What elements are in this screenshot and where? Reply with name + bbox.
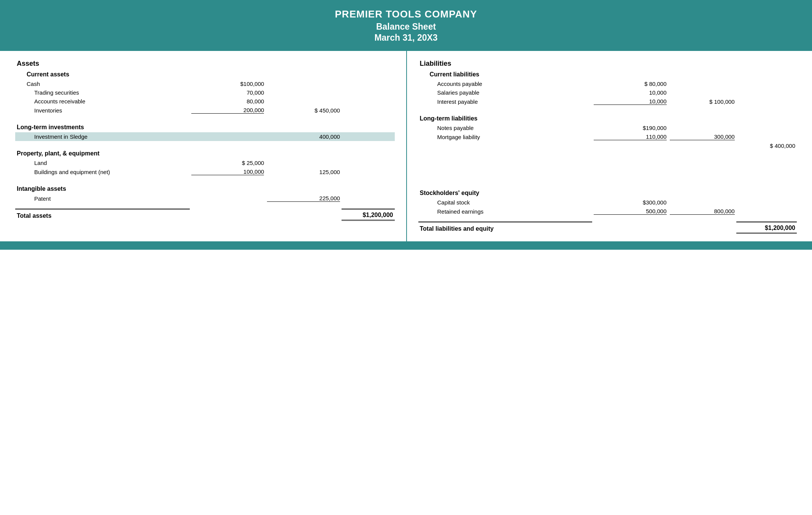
report-subtitle: Balance Sheet xyxy=(4,22,808,32)
retained-earnings-amount: 500,000 xyxy=(592,207,668,216)
ppe-total: 125,000 xyxy=(265,167,342,176)
land-label: Land xyxy=(15,158,190,167)
footer-bar xyxy=(0,241,812,250)
retained-earnings-label: Retained earnings xyxy=(418,207,593,216)
mortgage-liability-amount: 110,000 xyxy=(592,132,668,141)
equity-title: Stockholders' equity xyxy=(418,187,593,198)
liabilities-section: Liabilities Current liabilities Accounts… xyxy=(406,51,812,241)
header: PREMIER TOOLS COMPANY Balance Sheet Marc… xyxy=(0,0,812,50)
trading-securities-amount: 70,000 xyxy=(190,88,266,97)
accounts-receivable-amount: 80,000 xyxy=(190,97,266,106)
total-assets-label: Total assets xyxy=(15,209,190,220)
land-amount: $ 25,000 xyxy=(190,158,266,167)
current-assets-total: $ 450,000 xyxy=(265,106,342,115)
patent-amount: 225,000 xyxy=(265,194,342,203)
total-liab-equity-value: $1,200,000 xyxy=(736,222,797,233)
current-liabilities-total: $ 100,000 xyxy=(668,97,736,106)
salaries-payable-amount: 10,000 xyxy=(592,88,668,97)
cash-amount: $100,000 xyxy=(190,79,266,88)
long-term-investments-title: Long-term investments xyxy=(15,121,190,132)
notes-payable-label: Notes payable xyxy=(418,124,593,132)
notes-payable-amount: $190,000 xyxy=(592,124,668,132)
current-assets-title: Current assets xyxy=(15,70,190,79)
longterm-liabilities-subtotal: 300,000 xyxy=(668,132,736,141)
accounts-payable-amount: $ 80,000 xyxy=(592,79,668,88)
interest-payable-label: Interest payable xyxy=(418,97,593,106)
equity-total: 800,000 xyxy=(668,207,736,216)
interest-payable-amount: 10,000 xyxy=(592,97,668,106)
current-liabilities-title: Current liabilities xyxy=(418,70,593,79)
salaries-payable-label: Salaries payable xyxy=(418,88,593,97)
cash-label: Cash xyxy=(15,79,190,88)
trading-securities-label: Trading securities xyxy=(15,88,190,97)
assets-main-title: Assets xyxy=(15,59,190,70)
total-liab-equity-label: Total liabilities and equity xyxy=(418,222,593,233)
capital-stock-label: Capital stock xyxy=(418,198,593,207)
company-name: PREMIER TOOLS COMPANY xyxy=(4,8,808,20)
buildings-amount: 100,000 xyxy=(190,167,266,176)
patent-label: Patent xyxy=(15,194,190,203)
accounts-receivable-label: Accounts receivable xyxy=(15,97,190,106)
liabilities-main-title: Liabilities xyxy=(418,59,593,70)
investment-sledge-label: Investment in Sledge xyxy=(15,132,190,141)
capital-stock-amount: $300,000 xyxy=(592,198,668,207)
report-date: March 31, 20X3 xyxy=(4,33,808,43)
investment-sledge-amount: 400,000 xyxy=(265,132,342,141)
mortgage-liability-label: Mortgage liability xyxy=(418,132,593,141)
buildings-label: Buildings and equipment (net) xyxy=(15,167,190,176)
ppe-title: Property, plant, & equipment xyxy=(15,147,190,158)
longterm-liabilities-title: Long-term liabilities xyxy=(418,112,593,124)
total-liabilities-value: $ 400,000 xyxy=(736,141,797,150)
accounts-payable-label: Accounts payable xyxy=(418,79,593,88)
inventories-amount: 200,000 xyxy=(190,106,266,115)
intangible-title: Intangible assets xyxy=(15,182,190,194)
total-assets-value: $1,200,000 xyxy=(342,209,395,220)
inventories-label: Inventories xyxy=(15,106,190,115)
assets-section: Assets Current assets Cash $100,000 Trad… xyxy=(0,51,406,241)
